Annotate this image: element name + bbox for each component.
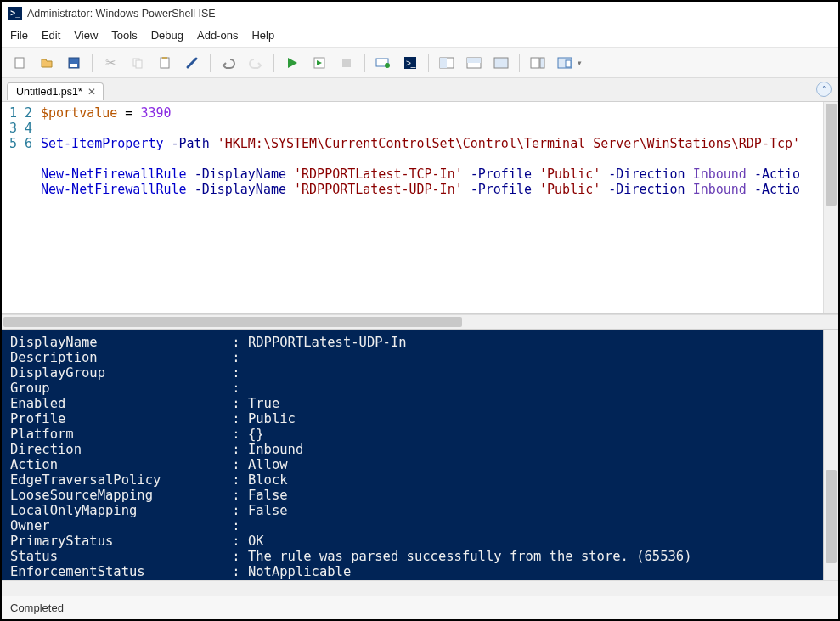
menu-item-view[interactable]: View <box>74 29 98 42</box>
toolbar-separator <box>364 54 365 72</box>
script-tab-strip: Untitled1.ps1* ✕ ˄ <box>2 78 838 102</box>
toolbar-separator <box>273 54 274 72</box>
code-editor[interactable]: $portvalue = 3390 Set-ItemProperty -Path… <box>41 102 823 313</box>
clear-button[interactable] <box>179 51 205 75</box>
undo-button[interactable] <box>216 51 241 75</box>
menu-item-edit[interactable]: Edit <box>42 29 60 42</box>
window-title: Administrator: Windows PowerShell ISE <box>27 8 216 20</box>
svg-rect-19 <box>540 58 544 68</box>
script-editor-pane[interactable]: 1 2 3 4 5 6 $portvalue = 3390 Set-ItemPr… <box>2 102 838 314</box>
title-bar: >_ Administrator: Windows PowerShell ISE <box>2 2 838 25</box>
svg-rect-17 <box>494 58 508 68</box>
menu-item-add-ons[interactable]: Add-ons <box>197 29 238 42</box>
toolbar-separator <box>519 54 520 72</box>
collapse-script-pane-button[interactable]: ˄ <box>816 82 832 97</box>
svg-rect-14 <box>440 58 447 68</box>
toolbar-separator <box>428 54 429 72</box>
toolbar-separator <box>92 54 93 72</box>
svg-rect-21 <box>566 60 571 67</box>
paste-button[interactable] <box>152 51 178 75</box>
menu-item-file[interactable]: File <box>10 29 28 42</box>
script-vertical-scrollbar[interactable] <box>823 102 838 313</box>
redo-button[interactable] <box>243 51 268 75</box>
svg-rect-8 <box>342 59 351 67</box>
console-output-pane[interactable]: DisplayName : RDPPORTLatest-UDP-In Descr… <box>2 330 823 580</box>
menu-item-debug[interactable]: Debug <box>151 29 183 42</box>
tab-label: Untitled1.ps1* <box>16 86 82 98</box>
copy-button[interactable] <box>125 51 150 75</box>
powershell-app-icon: >_ <box>8 7 22 20</box>
show-command-addon-button[interactable] <box>525 51 550 75</box>
svg-rect-4 <box>136 60 142 68</box>
run-selection-button[interactable] <box>307 51 332 75</box>
chevron-up-icon: ˄ <box>822 85 826 93</box>
line-number-gutter: 1 2 3 4 5 6 <box>2 102 41 313</box>
script-tab[interactable]: Untitled1.ps1* ✕ <box>7 82 104 100</box>
stop-button[interactable] <box>334 51 359 75</box>
svg-rect-16 <box>467 58 481 63</box>
save-button[interactable] <box>61 51 87 75</box>
cut-button[interactable]: ✂ <box>98 51 123 75</box>
show-script-top-button[interactable] <box>434 51 459 75</box>
run-script-button[interactable] <box>279 51 305 75</box>
toolbar-separator <box>210 54 211 72</box>
menu-item-help[interactable]: Help <box>251 29 274 42</box>
script-horizontal-scrollbar[interactable] <box>2 314 838 330</box>
svg-rect-6 <box>162 57 167 59</box>
open-file-button[interactable] <box>34 51 59 75</box>
show-script-max-button[interactable] <box>488 51 514 75</box>
svg-text:>_: >_ <box>406 59 416 68</box>
toolbar: ✂ >_ ▾ <box>2 48 838 78</box>
new-file-button[interactable] <box>7 51 32 75</box>
show-script-right-button[interactable] <box>461 51 487 75</box>
new-remote-tab-button[interactable] <box>370 51 396 75</box>
close-tab-icon[interactable]: ✕ <box>87 86 96 98</box>
svg-rect-0 <box>15 58 24 68</box>
menu-item-tools[interactable]: Tools <box>111 29 137 42</box>
console-vertical-scrollbar[interactable] <box>823 330 838 580</box>
status-text: Completed <box>10 601 64 614</box>
status-bar: Completed <box>2 596 838 619</box>
menu-bar: FileEditViewToolsDebugAdd-onsHelp <box>2 25 838 48</box>
show-command-window-button[interactable] <box>552 51 578 75</box>
svg-rect-18 <box>531 58 539 68</box>
svg-point-10 <box>385 63 390 68</box>
start-powershell-button[interactable]: >_ <box>397 51 423 75</box>
console-horizontal-scrollbar[interactable] <box>2 580 838 596</box>
svg-rect-2 <box>70 64 77 67</box>
toolbar-overflow-icon[interactable]: ▾ <box>578 59 582 67</box>
